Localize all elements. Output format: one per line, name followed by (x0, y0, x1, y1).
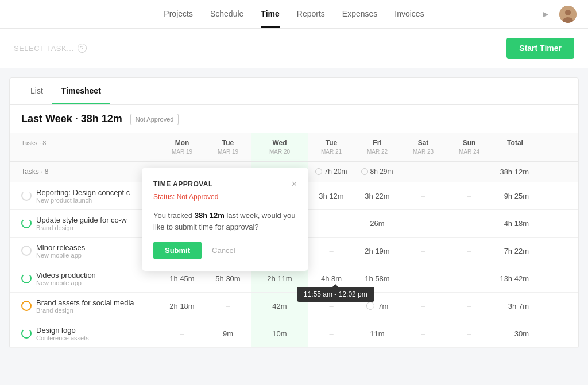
minor-sat[interactable]: – (400, 238, 446, 265)
tab-list[interactable]: List (21, 78, 52, 104)
nav-expenses[interactable]: Expenses (342, 1, 377, 28)
tue-day: Tue (210, 139, 246, 148)
modal-actions: Submit Cancel (153, 242, 297, 259)
summary-tue2-circle (315, 168, 322, 175)
logo-fri[interactable]: 11m (354, 320, 400, 347)
minor-fri[interactable]: 2h 19m (354, 238, 400, 265)
videos-tue2[interactable]: 4h 8m 11:55 am - 12:02 pm (308, 265, 354, 292)
fri-date: MAR 22 (359, 148, 396, 155)
summary-fri: 8h 29m (354, 162, 400, 182)
modal-status: Status: Not Approved (153, 193, 297, 201)
logo-sun[interactable]: – (446, 320, 492, 347)
submit-button[interactable]: Submit (153, 242, 202, 259)
total-label: Total (497, 139, 533, 148)
nav-reports[interactable]: Reports (297, 1, 325, 28)
task-name-style-guide: Update style guide for co-w (36, 216, 127, 224)
tue2-date: MAR 21 (313, 148, 350, 155)
start-timer-button[interactable]: Start Timer (506, 38, 574, 59)
brand-tue[interactable]: – (205, 293, 251, 320)
tab-timesheet[interactable]: Timesheet (52, 78, 110, 104)
style-sat[interactable]: – (400, 210, 446, 237)
logo-tue2[interactable]: – (308, 320, 354, 347)
task-name-minor: Minor releases (36, 243, 85, 252)
task-icon-brand (21, 301, 32, 311)
task-style-guide: Update style guide for co-w Brand design (10, 210, 159, 237)
approval-badge: Not Approved (130, 114, 179, 125)
logo-wed[interactable]: 10m (251, 320, 308, 347)
brand-total: 3h 7m (492, 293, 538, 320)
style-sun[interactable]: – (446, 210, 492, 237)
cancel-button[interactable]: Cancel (207, 242, 239, 259)
minor-sun[interactable]: – (446, 238, 492, 265)
select-task-area: SELECT TASK... ? (14, 44, 87, 53)
style-tue2[interactable]: – (308, 210, 354, 237)
task-icon-videos (21, 273, 32, 283)
col-tue2-header: Tue MAR 21 (308, 133, 354, 161)
videos-sun[interactable]: – (446, 265, 492, 292)
sat-date: MAR 23 (405, 148, 442, 155)
logo-mon[interactable]: – (159, 320, 205, 347)
nav-time[interactable]: Time (261, 1, 279, 28)
col-tue-header: Tue MAR 19 (205, 133, 251, 161)
brand-mon[interactable]: 2h 18m (159, 293, 205, 320)
summary-tue2: 7h 20m (308, 162, 354, 182)
logo-total: 30m (492, 320, 538, 347)
nav-right: ▶ (537, 6, 577, 23)
summary-fri-circle (361, 168, 368, 175)
task-name-reporting: Reporting: Design concept c (36, 188, 130, 197)
reporting-sun[interactable]: – (446, 182, 492, 209)
task-info-videos: Videos production New mobile app (36, 271, 96, 286)
task-info-logo: Design logo Conference assets (36, 326, 89, 341)
reporting-tue2[interactable]: 3h 12m (308, 182, 354, 209)
nav-links: Projects Schedule Time Reports Expenses … (164, 1, 424, 28)
sun-date: MAR 24 (451, 148, 488, 155)
modal-tracked-time: 38h 12m (195, 211, 225, 220)
task-sub-brand: Brand design (36, 307, 134, 314)
task-design-logo: Design logo Conference assets (10, 320, 159, 347)
style-fri[interactable]: 26m (354, 210, 400, 237)
time-approval-modal: TIME APPROVAL × Status: Not Approved You… (142, 168, 308, 271)
task-info-minor: Minor releases New mobile app (36, 243, 85, 259)
modal-close-icon[interactable]: × (292, 179, 297, 189)
task-reporting: Reporting: Design concept c New product … (10, 182, 159, 209)
task-info-style-guide: Update style guide for co-w Brand design (36, 216, 127, 231)
week-title: Last Week · 38h 12m (21, 113, 122, 125)
summary-sun: – (446, 162, 492, 182)
mon-day: Mon (164, 139, 200, 148)
tue2-day: Tue (313, 139, 350, 148)
minor-tue2[interactable]: – (308, 238, 354, 265)
nav-projects[interactable]: Projects (164, 1, 193, 28)
col-task-header: Tasks · 8 (10, 133, 159, 161)
avatar[interactable] (559, 6, 577, 23)
videos-sat[interactable]: – (400, 265, 446, 292)
style-total: 4h 18m (492, 210, 538, 237)
reporting-fri[interactable]: 3h 22m (354, 182, 400, 209)
brand-sun[interactable]: – (446, 293, 492, 320)
col-fri-header: Fri MAR 22 (354, 133, 400, 161)
tasks-summary-label: Tasks · 8 (10, 162, 159, 182)
nav-schedule[interactable]: Schedule (210, 1, 243, 28)
modal-body: You tracked 38h 12m last week, would you… (153, 210, 297, 232)
grid-header: Tasks · 8 Mon MAR 19 Tue MAR 19 Wed MAR … (10, 133, 578, 162)
task-sub-videos: New mobile app (36, 279, 96, 286)
task-icon-minor (21, 246, 32, 256)
task-sub-style-guide: Brand design (36, 224, 127, 231)
task-name-logo: Design logo (36, 326, 89, 335)
col-sat-header: Sat MAR 23 (400, 133, 446, 161)
help-icon[interactable]: ? (78, 44, 87, 53)
fri-day: Fri (359, 139, 396, 148)
reporting-sat[interactable]: – (400, 182, 446, 209)
tue-date: MAR 19 (210, 148, 246, 155)
nav-invoices[interactable]: Invoices (394, 1, 424, 28)
table-row: Brand assets for social media Brand desi… (10, 293, 578, 320)
summary-total: 38h 12m (492, 162, 538, 182)
task-name-videos: Videos production (36, 271, 96, 279)
col-wed-header: Wed MAR 20 (251, 133, 308, 161)
brand-sat[interactable]: – (400, 293, 446, 320)
sat-day: Sat (405, 139, 442, 148)
task-icon-reporting (21, 190, 32, 201)
play-icon[interactable]: ▶ (537, 6, 554, 22)
logo-tue[interactable]: 9m (205, 320, 251, 347)
sun-day: Sun (451, 139, 488, 148)
logo-sat[interactable]: – (400, 320, 446, 347)
